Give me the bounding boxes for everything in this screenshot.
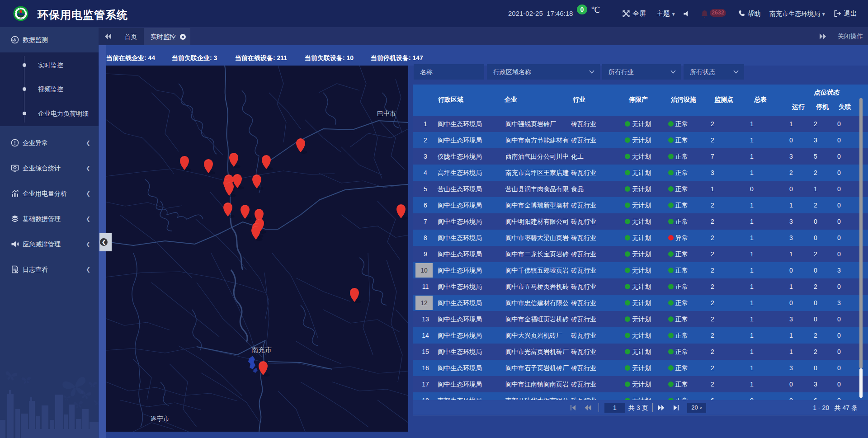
svg-text:遂宁市: 遂宁市	[151, 415, 170, 422]
svg-text:●: ●	[21, 7, 22, 9]
svg-text:●: ●	[17, 8, 18, 10]
svg-text:●: ●	[25, 14, 26, 16]
svg-text:●: ●	[24, 16, 25, 18]
svg-text:●: ●	[24, 8, 24, 9]
svg-text:环: 环	[20, 18, 22, 19]
svg-text:●: ●	[19, 7, 20, 9]
svg-text:●: ●	[15, 9, 16, 11]
svg-text:●: ●	[15, 12, 16, 14]
svg-text:川: 川	[19, 18, 20, 19]
svg-text:保: 保	[22, 18, 24, 19]
svg-text:●: ●	[26, 12, 27, 14]
svg-text:●: ●	[25, 9, 26, 11]
svg-text:南充市: 南充市	[251, 346, 272, 353]
svg-text:●: ●	[15, 14, 16, 16]
svg-text:巴中市: 巴中市	[377, 110, 396, 117]
svg-text:●: ●	[16, 16, 17, 18]
